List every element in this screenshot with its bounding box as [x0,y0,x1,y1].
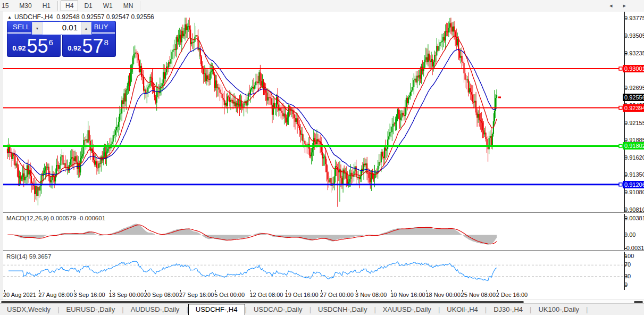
one-click-trading-panel: 0.92 55 6 0.92 57 8 SELL BUY ▼ 0.01 ▲ [7,21,115,56]
time-axis-label: 27 Sep 16:00 [179,292,214,298]
chart-tab-audusd-daily[interactable]: AUDUSD-,Daily [124,304,187,315]
level-line-handle [619,67,622,70]
timeframe-button-H4[interactable]: H4 [61,1,78,11]
time-axis-label: 2 Dec 16:00 [496,292,528,298]
chart-tab-dj30-h4[interactable]: DJ30-,H4 [487,304,530,315]
timeframe-button-W1[interactable]: W1 [98,1,118,11]
buy-price-big: 57 [82,37,103,56]
rsi-canvas[interactable] [3,252,644,290]
time-axis-label: 19 Oct 16:00 [285,292,319,298]
timeframe-button-H1[interactable]: H1 [38,1,55,11]
time-axis-label: 5 Oct 00:00 [214,292,245,298]
price-axis-tick: 0.92695 [624,85,644,91]
toolbar-separator [140,1,141,11]
rsi-axis-tick: 0 [624,281,628,288]
time-axis-label: 27 Aug 08:00 [38,292,73,298]
macd-axis-tick: -0.003115 [624,245,644,251]
chart-tab-bar: USDX,Weekly|EURUSD-,Daily|AUDUSD-,Daily|… [0,303,644,315]
chart-title: ▲USDCHF-,H4 0.92548 0.92557 0.92547 0.92… [7,13,154,21]
sell-price-sup: 6 [49,38,53,47]
timeframe-button-15[interactable]: 15 [0,1,13,11]
time-axis[interactable]: 20 Aug 202127 Aug 08:003 Sep 16:0013 Sep… [3,290,644,300]
volume-control: ▼ 0.01 ▲ [31,21,92,35]
collapse-triangle-icon[interactable]: ▲ [7,15,12,20]
chart-tab-usdchf-h4[interactable]: USDCHF-,H4 [188,304,245,315]
time-axis-label: 20 Sep 08:00 [144,292,179,298]
macd-axis-tick: 0.003811 [624,215,644,221]
rsi-panel[interactable] [3,252,644,290]
buy-price-prefix: 0.92 [68,44,81,52]
macd-label: MACD(12,26,9) 0.000579 -0.000601 [6,215,105,221]
volume-increase-button[interactable]: ▲ [81,22,91,35]
chart-tab-uk100-daily[interactable]: UK100-,Daily [531,304,586,315]
level-line-handle [619,183,622,186]
chart-tab-usdcad-daily[interactable]: USDCAD-,Daily [247,304,310,315]
tab-scroll-right-icon[interactable]: ▸ [623,2,637,9]
level-line-handle [619,144,622,147]
price-axis-tick: 0.92155 [624,120,644,126]
chart-tab-eurusd-daily[interactable]: EURUSD-,Daily [60,304,122,315]
timeframe-toolbar: 15M30H1H4D1W1MN [0,0,644,12]
time-axis-label: 20 Aug 2021 [3,292,36,298]
price-axis-tick: 0.93775 [624,15,644,21]
rsi-axis-tick: 70 [624,261,631,268]
chart-tab-xauusd-daily[interactable]: XAUUSD-,Daily [376,304,438,315]
rsi-line [9,261,497,281]
time-axis-label: 3 Nov 08:00 [355,292,387,298]
scrollbar-thumb[interactable] [1,301,524,303]
price-axis-tick: 0.91620 [624,154,644,161]
level-price-label: 0.92394 [623,104,644,112]
time-axis-label: 10 Nov 16:00 [390,292,425,298]
time-axis-label: 3 Sep 16:00 [73,292,105,298]
slow-ma-line [7,48,497,175]
level-price-label: 0.91206 [623,181,644,188]
time-axis-label: 13 Sep 00:00 [109,292,144,298]
buy-price: 0.92 57 8 [63,35,113,56]
chart-symbol-label: USDCHF-,H4 [14,13,53,21]
macd-axis-tick: 0.00 [624,231,635,238]
rsi-label: RSI(14) 59.3657 [6,253,51,260]
sell-price-big: 55 [27,37,48,56]
tab-scroll-left-icon[interactable]: ◂ [609,2,623,9]
macd-histogram-area [7,224,497,245]
price-axis-tick: 0.93505 [624,32,644,39]
sell-price: 0.92 55 6 [7,35,58,56]
scrollbar-end-segment[interactable] [634,301,643,303]
level-price-label: 0.93001 [623,65,644,72]
price-axis-tick: 0.90810 [624,206,644,213]
time-axis-label: 18 Nov 00:00 [425,292,460,298]
time-axis-label: 12 Oct 08:00 [249,292,283,298]
volume-value[interactable]: 0.01 [43,22,81,35]
volume-decrease-button[interactable]: ▼ [32,22,43,35]
tab-scroll-arrows: ◂▸ [609,2,637,9]
chart-tab-usdx-weekly[interactable]: USDX,Weekly [0,304,57,315]
rsi-axis-tick: 30 [624,273,631,279]
level-line-handle [619,106,622,110]
chart-tab-usdcnh-daily[interactable]: USDCNH-,Daily [311,304,374,315]
price-axis-tick: 0.93235 [624,50,644,56]
chart-tab-ukoil-h4[interactable]: UKOil-,H4 [440,304,485,315]
price-axis-tick: 0.91350 [624,171,644,178]
trading-terminal: 15M30H1H4D1W1MN ▲USDCHF-,H4 0.92548 0.92… [0,0,644,315]
chart-ohlc-readout: 0.92548 0.92557 0.92547 0.92556 [56,13,154,21]
time-axis-label: 27 Oct 00:00 [320,292,354,298]
price-axis-tick: 0.91080 [624,189,644,195]
time-axis-label: 25 Nov 08:00 [461,292,496,298]
timeframe-button-M30[interactable]: M30 [14,1,36,11]
sell-price-prefix: 0.92 [12,44,26,52]
buy-price-sup: 8 [104,38,108,47]
toolbar-separator [57,1,58,11]
timeframe-button-D1[interactable]: D1 [79,1,97,11]
tab-separator: | [586,304,588,315]
timeframe-button-MN[interactable]: MN [119,1,138,11]
level-price-label: 0.91802 [623,142,644,150]
current-price-label: 0.92556 [623,94,644,101]
last-price-marker [498,96,501,98]
rsi-axis-tick: 100 [624,253,634,259]
